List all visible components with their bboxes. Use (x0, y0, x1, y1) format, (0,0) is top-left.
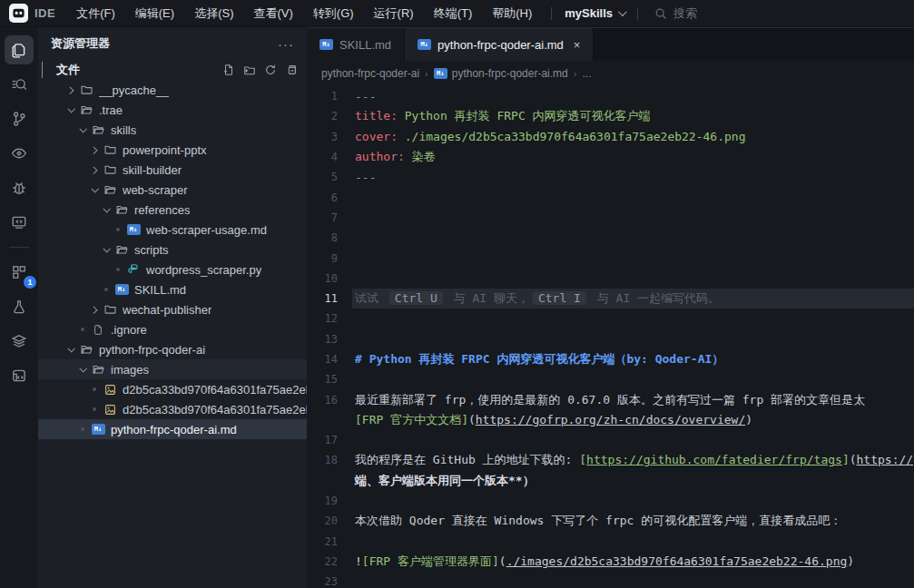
code-line-18[interactable]: 18我的程序是在 GitHub 上的地址下载的: [https://github… (307, 450, 914, 470)
line-number: 10 (307, 272, 352, 285)
tree-file-.ignore[interactable]: .ignore (38, 319, 307, 339)
search-panel-icon[interactable] (5, 70, 34, 99)
snippets-card-icon[interactable] (5, 361, 34, 390)
file-dot-icon (111, 268, 125, 271)
markdown-file-icon: M↓ (127, 224, 141, 235)
explorer-icon[interactable] (5, 35, 34, 64)
code-segment-link: ] (842, 453, 850, 466)
code-line-13[interactable]: 13 (307, 329, 914, 349)
new-file-icon[interactable] (222, 64, 235, 76)
breadcrumb-item-1[interactable]: M↓python-frpc-qoder-ai.md (434, 67, 568, 80)
code-line-5[interactable]: 5--- (307, 167, 914, 187)
tree-file-wordpress-scraper.py[interactable]: wordpress_scraper.py (38, 260, 307, 279)
app-brand[interactable]: IDE (0, 4, 66, 23)
tree-file-python-frpc-qoder-ai.md[interactable]: M↓python-frpc-qoder-ai.md (38, 419, 307, 439)
code-segment-value: ./images/d2b5ca33bd970f64a6301fa75ae2eb2… (398, 130, 746, 143)
tree-folder-.trae[interactable]: .trae (38, 100, 307, 120)
new-folder-icon[interactable] (243, 64, 256, 76)
tree-folder-scripts[interactable]: scripts (38, 240, 307, 260)
layers-icon[interactable] (5, 327, 34, 356)
tree-file-skill.md[interactable]: M↓SKILL.md (38, 279, 307, 299)
more-actions-icon[interactable]: ··· (278, 36, 294, 52)
code-line-11[interactable]: 11试试 Ctrl U 与 AI 聊天，Ctrl I 与 AI 一起编写代码。 (307, 289, 914, 309)
code-line-23[interactable]: 23 (307, 572, 914, 588)
tree-folder-skills[interactable]: skills (38, 120, 307, 140)
titlebar-divider (637, 7, 638, 20)
preview-eye-icon[interactable] (5, 139, 34, 168)
tree-folder-web-scraper[interactable]: web-scraper (38, 180, 307, 200)
line-number: 4 (307, 151, 352, 163)
code-line-7[interactable]: 7 (307, 208, 914, 228)
tree-item-label: web-scraper-usage.md (146, 223, 267, 237)
menu-item-3[interactable]: 查看(V) (243, 0, 302, 26)
tree-item-label: wechat-publisher (123, 303, 211, 317)
menu-item-2[interactable]: 选择(S) (184, 0, 243, 26)
chevron-down-icon (64, 107, 78, 113)
menu-item-4[interactable]: 转到(G) (303, 0, 364, 26)
menu-item-6[interactable]: 终端(T) (424, 0, 483, 26)
code-line-22[interactable]: 22![FRP 客户端管理器界面](./images/d2b5ca33bd970… (307, 552, 914, 572)
tab-python-frpc-qoder-ai.md[interactable]: M↓python-frpc-qoder-ai.md× (405, 28, 594, 61)
code-line-wrap[interactable]: [FRP 官方中文文档](https://gofrp.org/zh-cn/doc… (307, 410, 914, 430)
code-line-10[interactable]: 10 (307, 269, 914, 289)
tab-skill.md[interactable]: M↓SKILL.md (307, 28, 405, 61)
tree-folder-python-frpc-qoder-ai[interactable]: python-frpc-qoder-ai (38, 339, 307, 359)
breadcrumb-item-0[interactable]: python-frpc-qoder-ai (321, 67, 419, 80)
tree-folder-skill-builder[interactable]: skill-builder (38, 160, 307, 180)
code-line-6[interactable]: 6 (307, 187, 914, 207)
remote-screen-icon[interactable] (5, 208, 34, 237)
app-logo-icon (9, 4, 28, 23)
code-line-20[interactable]: 20本次借助 Qoder 直接在 Windows 下写了个 frpc 的可视化配… (307, 511, 914, 531)
code-line-17[interactable]: 17 (307, 430, 914, 450)
menu-item-1[interactable]: 编辑(E) (125, 0, 184, 26)
files-section-header[interactable]: 文件 (38, 60, 307, 80)
line-number: 6 (307, 191, 352, 204)
folder-open-icon (115, 203, 129, 216)
editor-group: M↓SKILL.mdM↓python-frpc-qoder-ai.md× pyt… (307, 27, 914, 588)
line-number: 17 (307, 434, 352, 446)
tree-folder--pycache-[interactable]: __pycache__ (38, 80, 307, 100)
code-segment-hint: 与 AI 一起编写代码。 (590, 291, 720, 305)
menu-item-5[interactable]: 运行(R) (364, 0, 424, 26)
code-line-19[interactable]: 19 (307, 491, 914, 511)
code-line-wrap[interactable]: 端、客户端版本用同一个版本**） (307, 471, 914, 491)
app-name: IDE (34, 6, 55, 20)
code-line-8[interactable]: 8 (307, 228, 914, 248)
apps-grid-icon[interactable]: 1 (5, 258, 34, 287)
refresh-icon[interactable] (264, 64, 277, 76)
breadcrumb-item-2[interactable]: ... (582, 67, 591, 80)
code-line-14[interactable]: 14# Python 再封装 FRPC 内网穿透可视化客户端（by: Qoder… (307, 349, 914, 369)
code-line-2[interactable]: 2title: Python 再封装 FRPC 内网穿透可视化客户端 (307, 106, 914, 126)
code-line-21[interactable]: 21 (307, 532, 914, 552)
tree-item-label: SKILL.md (134, 283, 186, 297)
workspace-switcher[interactable]: mySkills (561, 6, 628, 20)
tree-file-d2b5ca33bd970f64a6301fa75ae2eb2...[interactable]: d2b5ca33bd970f64a6301fa75ae2eb2... (38, 379, 307, 399)
menu-item-7[interactable]: 帮助(H) (482, 0, 542, 26)
code-line-12[interactable]: 12 (307, 309, 914, 328)
tree-folder-wechat-publisher[interactable]: wechat-publisher (38, 299, 307, 319)
tree-file-d2b5ca33bd970f64a6301fa75ae2eb2...[interactable]: d2b5ca33bd970f64a6301fa75ae2eb2... (38, 399, 307, 419)
close-icon[interactable]: × (574, 38, 581, 52)
tree-item-label: d2b5ca33bd970f64a6301fa75ae2eb2... (123, 383, 307, 397)
code-line-3[interactable]: 3cover: ./images/d2b5ca33bd970f64a6301fa… (307, 127, 914, 147)
tree-folder-powerpoint-pptx[interactable]: powerpoint-pptx (38, 140, 307, 160)
code-editor[interactable]: 1---2title: Python 再封装 FRPC 内网穿透可视化客户端3c… (307, 86, 914, 588)
code-line-4[interactable]: 4author: 染卷 (307, 147, 914, 167)
collapse-all-icon[interactable] (285, 64, 298, 76)
global-search[interactable]: 搜索 (647, 5, 704, 22)
tree-file-web-scraper-usage.md[interactable]: M↓web-scraper-usage.md (38, 220, 307, 240)
code-line-15[interactable]: 15 (307, 369, 914, 389)
code-line-9[interactable]: 9 (307, 248, 914, 268)
debug-bug-icon[interactable] (5, 173, 34, 202)
source-control-icon[interactable] (5, 104, 34, 133)
folder-open-icon (103, 183, 117, 196)
tree-folder-references[interactable]: references (38, 200, 307, 220)
code-line-1[interactable]: 1--- (307, 86, 914, 106)
editor-tab-bar: M↓SKILL.mdM↓python-frpc-qoder-ai.md× (307, 27, 914, 61)
flask-icon[interactable] (5, 292, 34, 321)
menu-item-0[interactable]: 文件(F) (66, 0, 125, 26)
breadcrumb[interactable]: python-frpc-qoder-ai›M↓python-frpc-qoder… (307, 61, 914, 86)
code-line-16[interactable]: 16最近重新部署了 frp，使用的是最新的 0.67.0 版本。之前有写过一篇 … (307, 389, 914, 409)
chevron-down-icon (75, 367, 90, 372)
tree-folder-images[interactable]: images (38, 359, 307, 379)
